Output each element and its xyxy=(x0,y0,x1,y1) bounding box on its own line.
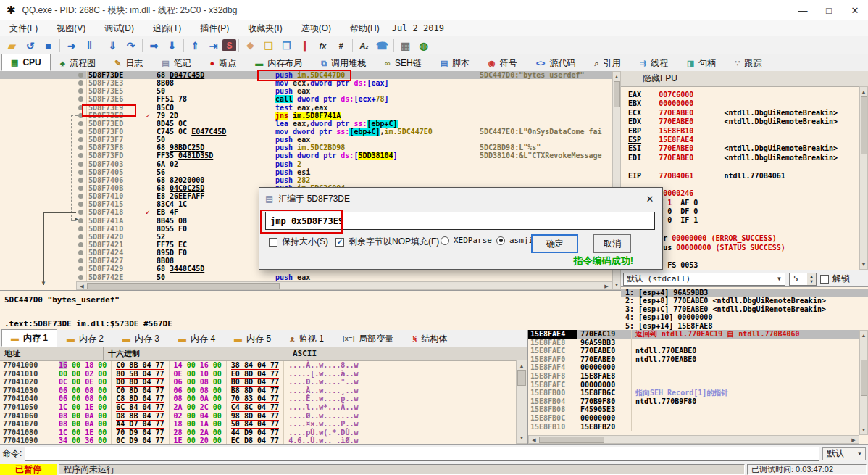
column-header-hex[interactable]: 十六进制 xyxy=(104,347,288,360)
breakpoint-gutter[interactable] xyxy=(0,249,88,257)
argument-row[interactable]: 3: [esp+C] 770EABE0 <ntdll.DbgUiRemoteBr… xyxy=(621,305,868,313)
breakpoint-dot-icon[interactable] xyxy=(78,250,83,255)
breakpoint-gutter[interactable] xyxy=(0,120,88,128)
seh-icon[interactable]: S xyxy=(222,39,236,51)
disasm-row[interactable]: 5D8F73F0C745 0C E047C45Dmov dword ptr ss… xyxy=(0,128,612,136)
breakpoint-dot-icon[interactable] xyxy=(78,258,83,263)
menu-item[interactable]: 视图(V) xyxy=(47,22,95,35)
stack-row[interactable]: 15E8FB08F45905E3 xyxy=(528,405,859,414)
breakpoint-gutter[interactable] xyxy=(0,192,88,200)
dump-tab-watch-1[interactable]: ᴥ监视 1 xyxy=(280,330,333,347)
dump-row[interactable]: 770410501C 00 1E 006C 84 04 772A 00 2C 0… xyxy=(0,403,527,412)
register-row[interactable]: EBX 00000000 xyxy=(628,99,868,108)
stack-pane[interactable]: 15E8FAE4770EAC19返回到 ntdll.770EAC19 自 ntd… xyxy=(527,330,868,444)
maximize-button[interactable]: □ xyxy=(816,0,842,20)
registers-vscrollbar[interactable]: ▲ ▼ xyxy=(859,86,868,270)
dump-row[interactable]: 7704106008 00 0A 00D8 8B 04 7702 00 04 0… xyxy=(0,412,527,421)
disasm-row[interactable]: 5D8F73F868 98BDC25Dpush im.5DC2BD985DC2B… xyxy=(0,144,612,152)
breakpoint-dot-icon[interactable] xyxy=(78,275,83,280)
stack-row[interactable]: 15E8FB04770B9F80ntdll.770B9F80 xyxy=(528,397,859,406)
scroll-left-icon[interactable]: ◀ xyxy=(530,436,538,444)
cancel-button[interactable]: 取消 xyxy=(593,234,631,253)
scroll-thumb[interactable] xyxy=(861,96,867,154)
asmjit-radio[interactable] xyxy=(496,236,505,245)
tab-seh-chain[interactable]: ∞SEH链 xyxy=(375,54,431,71)
disasm-row[interactable]: 5D8F742E50push eax xyxy=(0,273,612,281)
dump-tab-memory-3[interactable]: ▬内存 3 xyxy=(113,330,169,347)
breakpoint-dot-icon[interactable] xyxy=(78,202,83,207)
dump-tab-memory-1[interactable]: ▬内存 1 xyxy=(1,329,57,347)
phone-icon[interactable]: ☎ xyxy=(373,38,391,54)
run-to-icon[interactable]: ⇒ xyxy=(145,38,163,54)
breakpoint-dot-icon[interactable] xyxy=(78,105,83,110)
disasm-row[interactable]: 5D8F74036A 02push 2 xyxy=(0,160,612,168)
hash-icon[interactable]: # xyxy=(332,38,350,54)
stack-hscrollbar[interactable]: ◀ ▶ xyxy=(528,435,859,444)
stack-row[interactable]: 15E8FAEC770EABE0ntdll.770EABE0 xyxy=(528,347,859,355)
dump-tab-memory-2[interactable]: ▬内存 2 xyxy=(57,330,113,347)
breakpoint-dot-icon[interactable] xyxy=(78,145,83,150)
stack-row[interactable]: 15E8FB0C00000000 xyxy=(528,414,859,423)
scroll-down-icon[interactable]: ▼ xyxy=(613,281,620,289)
menu-item[interactable]: 文件(F) xyxy=(0,22,47,35)
column-header-address[interactable]: 地址 xyxy=(0,347,104,360)
tab-trace[interactable]: ∵跟踪 xyxy=(725,54,771,71)
breakpoint-gutter[interactable] xyxy=(0,257,88,265)
step-into-icon[interactable]: ⇓ xyxy=(104,38,122,54)
minimize-button[interactable]: — xyxy=(790,0,816,20)
calling-convention-dropdown[interactable]: 默认 (stdcall) ▼ xyxy=(623,273,785,286)
disasm-row[interactable]: 5D8F73EB✓79 2Djns im.5D8F741A xyxy=(0,112,612,120)
open-file-icon[interactable]: ▰ xyxy=(3,38,21,54)
register-row[interactable]: OF 0 SF 0 DF 0 xyxy=(628,207,868,216)
breakpoint-gutter[interactable] xyxy=(0,152,88,160)
tab-memory-map[interactable]: ▬内存布局 xyxy=(246,54,312,71)
breakpoint-dot-icon[interactable] xyxy=(78,266,83,271)
breakpoint-gutter[interactable] xyxy=(0,184,88,192)
register-row[interactable]: LastError 00000000 (ERROR_SUCCESS) xyxy=(628,234,868,243)
hide-fpu-button[interactable]: 隐藏FPU xyxy=(621,71,868,87)
stack-row[interactable]: 15E8FAF400000000 xyxy=(528,363,859,372)
breakpoint-dot-icon[interactable] xyxy=(78,129,83,134)
menu-item[interactable]: 插件(P) xyxy=(191,22,238,35)
run-icon[interactable]: ➜ xyxy=(62,38,80,54)
dump-row[interactable]: 770410801C 00 1E 0070 D9 04 7728 00 2A 0… xyxy=(0,429,527,437)
dump-tab-memory-4[interactable]: ▬内存 4 xyxy=(169,330,225,347)
bookmarks-icon[interactable]: ❙ xyxy=(296,38,314,54)
argument-row[interactable]: 2: [esp+8] 770EABE0 <ntdll.DbgUiRemoteBr… xyxy=(621,297,868,305)
disasm-hscrollbar[interactable]: ◀ ▶ xyxy=(76,281,612,290)
functions-icon[interactable]: fx xyxy=(314,38,332,54)
disasm-row[interactable]: 5D8F73E38B08mov ecx,dword ptr ds:[eax] xyxy=(0,79,612,87)
breakpoint-dot-icon[interactable] xyxy=(78,178,83,183)
breakpoint-dot-icon[interactable] xyxy=(78,88,83,94)
tab-source[interactable]: <>源代码 xyxy=(527,54,585,71)
command-input[interactable] xyxy=(25,447,819,461)
scroll-down-icon[interactable]: ▼ xyxy=(860,426,867,434)
scroll-right-icon[interactable]: ▶ xyxy=(603,282,610,290)
disasm-row[interactable]: 5D8F73ED8D45 0Clea eax,dword ptr ss:[ebp… xyxy=(0,120,612,128)
step-out-icon[interactable]: ⇓ xyxy=(163,38,181,54)
argument-row[interactable]: 1: [esp+4] 96A59BB3 xyxy=(621,289,868,297)
tab-notes[interactable]: ▤笔记 xyxy=(152,54,200,71)
breakpoint-gutter[interactable] xyxy=(0,136,88,144)
dialog-close-icon[interactable]: ✕ xyxy=(638,194,662,205)
register-row[interactable]: GS 002B FS 0053 xyxy=(628,261,868,270)
breakpoint-dot-icon[interactable] xyxy=(78,137,83,142)
stack-row[interactable]: 15E8FAE4770EAC19返回到 ntdll.770EAC19 自 ntd… xyxy=(528,330,859,339)
register-row[interactable]: ECX 770EABE0 <ntdll.DbgUiRemoteBreakin> xyxy=(628,109,868,117)
breakpoint-dot-icon[interactable] xyxy=(78,170,83,175)
execute-till-return-icon[interactable]: ⇑ xyxy=(186,38,204,54)
keep-size-checkbox[interactable] xyxy=(269,238,277,247)
chevron-down-icon[interactable]: ▼ xyxy=(854,450,865,457)
spinner-arrows-icon[interactable]: ▲▼ xyxy=(807,273,816,285)
dump-row[interactable]: 7704100016 00 18 00C0 8B 04 7714 00 16 0… xyxy=(0,361,527,370)
command-profile-dropdown[interactable]: 默认 ▼ xyxy=(822,447,866,460)
register-row[interactable]: CF 0 TF 0 IF 1 xyxy=(628,216,868,225)
scroll-down-icon[interactable]: ▼ xyxy=(860,260,867,268)
disasm-row[interactable]: 5D8F740556push esi xyxy=(0,168,612,176)
breakpoint-gutter[interactable] xyxy=(0,225,88,233)
tab-cpu[interactable]: ▦CPU xyxy=(1,54,51,71)
stack-row[interactable]: 15E8FAF815E8FAE8 xyxy=(528,372,859,381)
dump-vscrollbar[interactable]: ▲ ▼ xyxy=(516,360,527,444)
memory-dump-pane[interactable]: ▬内存 1▬内存 2▬内存 3▬内存 4▬内存 5ᴥ监视 1[x=]局部变量§结… xyxy=(0,330,527,444)
register-row[interactable] xyxy=(628,162,868,171)
